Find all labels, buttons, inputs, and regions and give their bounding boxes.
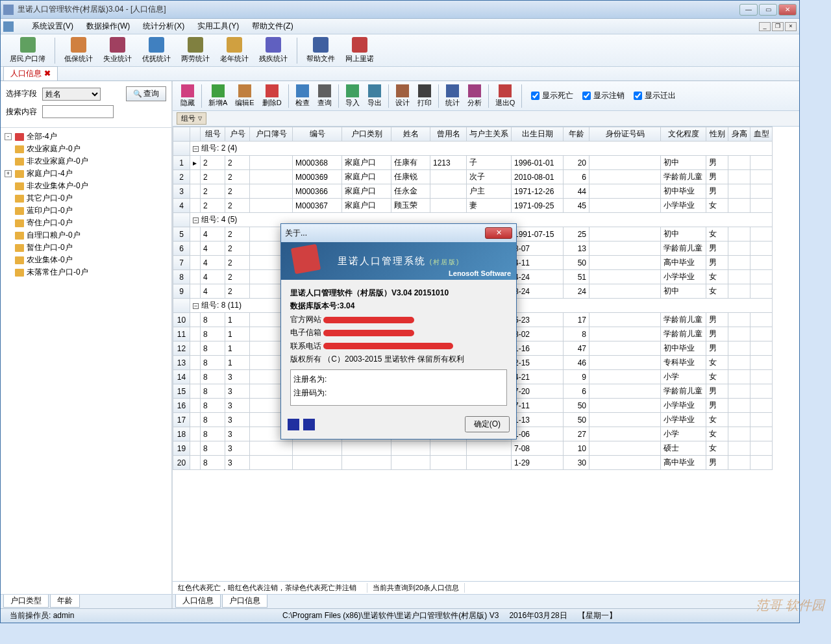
group-header[interactable]: −组号: 2 (4): [173, 142, 773, 156]
site-link[interactable]: [323, 315, 414, 324]
table-row[interactable]: 1▸22M000368家庭户口任康有1213子1996-01-0120初中男: [173, 156, 773, 170]
tree-item[interactable]: 自理口粮户-0户: [3, 229, 169, 242]
toolbar-icon: [266, 37, 281, 53]
grid-tb-查询[interactable]: 查询: [314, 83, 336, 109]
dialog-banner: 里诺人口管理系统 (村居版) Lenosoft Software: [281, 242, 516, 280]
toolbar-btn-1[interactable]: 低保统计: [59, 36, 98, 65]
grid-tb-icon: [318, 84, 331, 97]
toolbar-icon: [313, 37, 329, 53]
grid-tb-icon: [446, 84, 459, 97]
color-swatch-1: [288, 419, 299, 430]
menu-item[interactable]: 统计分析(X): [136, 21, 191, 31]
grid-tb-新增A[interactable]: 新增A: [205, 83, 231, 109]
product-line: 里诺人口管理软件（村居版）V3.04 20151010: [290, 288, 449, 297]
check-显示迁出[interactable]: 显示迁出: [634, 90, 676, 101]
group-chip[interactable]: 组号: [177, 112, 206, 125]
bottom-tab[interactable]: 户口类型: [3, 595, 49, 608]
tree-item[interactable]: 未落常住户口-0户: [3, 266, 169, 279]
grid-tb-icon: [238, 84, 251, 97]
grid-tb-导出[interactable]: 导出: [364, 83, 386, 109]
tab-close-icon[interactable]: ✖: [44, 69, 51, 78]
lenosoft-text: Lenosoft Software: [449, 269, 511, 277]
table-row[interactable]: 322M000366家庭户口任永金户主1971-12-2644初中毕业男: [173, 184, 773, 199]
site-label: 官方网站: [290, 315, 321, 324]
mdi-close-button[interactable]: ×: [785, 22, 797, 31]
grid-tb-分析[interactable]: 分析: [464, 83, 486, 109]
grid-tb-检查[interactable]: 检查: [291, 83, 314, 109]
toolbar-label: 失业统计: [103, 54, 132, 64]
tree-item[interactable]: 寄住户口-0户: [3, 217, 169, 229]
tel-redacted: [323, 343, 453, 349]
tree-item[interactable]: 蓝印户口-0户: [3, 204, 169, 217]
table-row[interactable]: 20831-2930高中毕业男: [173, 456, 773, 470]
menubar: 系统设置(V)数据操作(W)统计分析(X)实用工具(Y)帮助文件(Z) _ ❐ …: [1, 19, 799, 34]
toolbar-btn-0[interactable]: 居民户口簿: [5, 36, 51, 65]
grid-tb-导入[interactable]: 导入: [341, 83, 364, 109]
tree-item[interactable]: 暂住户口-0户: [3, 242, 169, 254]
mail-label: 电子信箱: [290, 328, 321, 337]
field-select[interactable]: 姓名: [42, 88, 101, 101]
grid-tb-icon: [212, 84, 225, 97]
tree-item[interactable]: 其它户口-0户: [3, 192, 169, 204]
toolbar-label: 优抚统计: [142, 54, 171, 64]
tab-population-info[interactable]: 人口信息✖: [3, 66, 58, 80]
toolbar-icon: [188, 37, 203, 53]
bottom-tab[interactable]: 户口信息: [222, 595, 267, 608]
grid-tb-删除D[interactable]: 删除D: [258, 83, 286, 109]
menu-item[interactable]: 系统设置(V): [25, 21, 80, 31]
query-button[interactable]: 查询: [126, 86, 166, 101]
search-label: 搜索内容: [6, 106, 42, 118]
toolbar-btn-8[interactable]: 网上里诺: [340, 36, 379, 65]
toolbar-btn-2[interactable]: 失业统计: [98, 36, 137, 65]
search-input[interactable]: [42, 105, 114, 118]
tree-item[interactable]: +家庭户口-4户: [3, 167, 169, 180]
menu-item[interactable]: 帮助文件(Z): [245, 21, 299, 31]
grid-tb-打印[interactable]: 打印: [414, 83, 436, 109]
dialog-titlebar[interactable]: 关于... ✕: [281, 224, 516, 242]
dialog-close-button[interactable]: ✕: [485, 227, 512, 239]
category-tree[interactable]: -全部-4户农业家庭户-0户非农业家庭户-0户+家庭户口-4户非农业集体户-0户…: [1, 128, 171, 594]
grid-tb-隐藏[interactable]: 隐藏: [177, 83, 199, 109]
grid-tb-统计[interactable]: 统计: [441, 83, 464, 109]
table-row[interactable]: 19837-0810硕士女: [173, 441, 773, 456]
bottom-tab[interactable]: 年龄: [50, 595, 80, 608]
menu-item[interactable]: 实用工具(Y): [191, 21, 245, 31]
minimize-button[interactable]: —: [739, 4, 758, 16]
grid-tb-设计[interactable]: 设计: [391, 83, 414, 109]
check-显示注销[interactable]: 显示注销: [582, 90, 625, 101]
registration-box: 注册名为: 注册码为:: [290, 369, 507, 406]
maximize-button[interactable]: ▭: [759, 4, 777, 16]
grid-tb-icon: [181, 84, 194, 97]
tree-item[interactable]: 农业家庭户-0户: [3, 143, 169, 155]
app-icon: [3, 5, 14, 15]
mdi-restore-button[interactable]: ❐: [772, 22, 784, 31]
tree-item[interactable]: 非农业集体户-0户: [3, 180, 169, 192]
tree-item[interactable]: -全部-4户: [3, 130, 169, 143]
grid-tb-icon: [396, 84, 409, 97]
about-dialog: 关于... ✕ 里诺人口管理系统 (村居版) Lenosoft Software…: [280, 223, 517, 440]
toolbar-btn-5[interactable]: 老年统计: [215, 36, 254, 65]
toolbar-btn-6[interactable]: 残疾统计: [254, 36, 293, 65]
toolbar-btn-4[interactable]: 两劳统计: [176, 36, 215, 65]
home-icon[interactable]: [3, 21, 14, 32]
table-row[interactable]: 422M000367家庭户口顾玉荣妻1971-09-2545小学毕业女: [173, 199, 773, 213]
mdi-min-button[interactable]: _: [759, 22, 771, 31]
toolbar-btn-7[interactable]: 帮助文件: [301, 36, 340, 65]
check-显示死亡[interactable]: 显示死亡: [531, 90, 573, 101]
tree-item[interactable]: 非农业家庭户-0户: [3, 155, 169, 167]
close-button[interactable]: ✕: [778, 4, 797, 16]
toolbar-btn-3[interactable]: 优抚统计: [137, 36, 176, 65]
mail-link[interactable]: [323, 328, 414, 337]
weekday-text: 【星期一】: [573, 610, 622, 621]
menu-item[interactable]: 数据操作(W): [80, 21, 136, 31]
grid-tb-退出Q[interactable]: 退出Q: [491, 83, 519, 109]
toolbar-label: 居民户口簿: [10, 54, 45, 64]
table-row[interactable]: 222M000369家庭户口任康锐次子2010-08-016学龄前儿童男: [173, 170, 773, 184]
legend-text: 红色代表死亡，暗红色代表注销，茶绿色代表死亡并注销: [173, 583, 367, 593]
bottom-tab[interactable]: 人口信息: [175, 595, 221, 608]
ok-button[interactable]: 确定(O): [465, 416, 510, 432]
toolbar-label: 老年统计: [220, 54, 249, 64]
path-text: C:\Program Files (x86)\里诺软件\里诺户口管理软件(村居版…: [277, 610, 504, 621]
tree-item[interactable]: 农业集体-0户: [3, 254, 169, 266]
grid-tb-编辑E[interactable]: 编辑E: [231, 83, 258, 109]
